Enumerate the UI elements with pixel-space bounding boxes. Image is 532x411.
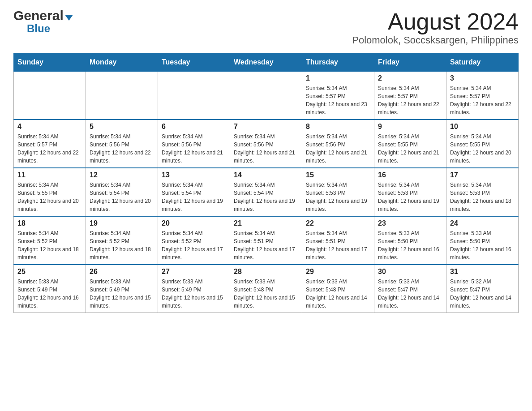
calendar-cell: 9Sunrise: 5:34 AMSunset: 5:55 PMDaylight… bbox=[374, 120, 446, 168]
calendar-cell: 12Sunrise: 5:34 AMSunset: 5:54 PMDayligh… bbox=[86, 168, 158, 216]
column-header-tuesday: Tuesday bbox=[158, 54, 230, 72]
day-number: 18 bbox=[17, 219, 82, 227]
column-header-thursday: Thursday bbox=[302, 54, 374, 72]
calendar-week-row: 25Sunrise: 5:33 AMSunset: 5:49 PMDayligh… bbox=[14, 265, 519, 313]
day-info: Sunrise: 5:34 AMSunset: 5:51 PMDaylight:… bbox=[306, 229, 370, 261]
calendar-cell: 16Sunrise: 5:34 AMSunset: 5:53 PMDayligh… bbox=[374, 168, 446, 216]
logo-general-text: General bbox=[13, 9, 64, 22]
calendar-week-row: 11Sunrise: 5:34 AMSunset: 5:55 PMDayligh… bbox=[14, 168, 519, 216]
column-header-saturday: Saturday bbox=[446, 54, 519, 72]
day-info: Sunrise: 5:33 AMSunset: 5:49 PMDaylight:… bbox=[162, 278, 226, 310]
day-info: Sunrise: 5:34 AMSunset: 5:55 PMDaylight:… bbox=[450, 133, 515, 165]
calendar-cell: 26Sunrise: 5:33 AMSunset: 5:49 PMDayligh… bbox=[86, 265, 158, 313]
calendar-cell: 13Sunrise: 5:34 AMSunset: 5:54 PMDayligh… bbox=[158, 168, 230, 216]
calendar-week-row: 4Sunrise: 5:34 AMSunset: 5:57 PMDaylight… bbox=[14, 120, 519, 168]
day-info: Sunrise: 5:34 AMSunset: 5:53 PMDaylight:… bbox=[378, 181, 442, 213]
calendar-cell: 3Sunrise: 5:34 AMSunset: 5:57 PMDaylight… bbox=[446, 71, 519, 120]
day-number: 11 bbox=[17, 171, 82, 179]
calendar-cell: 21Sunrise: 5:34 AMSunset: 5:51 PMDayligh… bbox=[230, 216, 302, 265]
day-number: 19 bbox=[90, 219, 154, 227]
calendar-cell: 10Sunrise: 5:34 AMSunset: 5:55 PMDayligh… bbox=[446, 120, 519, 168]
calendar-cell: 15Sunrise: 5:34 AMSunset: 5:53 PMDayligh… bbox=[302, 168, 374, 216]
calendar-cell: 30Sunrise: 5:33 AMSunset: 5:47 PMDayligh… bbox=[374, 265, 446, 313]
column-header-friday: Friday bbox=[374, 54, 446, 72]
calendar-cell: 28Sunrise: 5:33 AMSunset: 5:48 PMDayligh… bbox=[230, 265, 302, 313]
calendar-week-row: 18Sunrise: 5:34 AMSunset: 5:52 PMDayligh… bbox=[14, 216, 519, 265]
day-info: Sunrise: 5:34 AMSunset: 5:56 PMDaylight:… bbox=[90, 133, 154, 165]
calendar-week-row: 1Sunrise: 5:34 AMSunset: 5:57 PMDaylight… bbox=[14, 71, 519, 120]
calendar-cell: 18Sunrise: 5:34 AMSunset: 5:52 PMDayligh… bbox=[14, 216, 86, 265]
calendar-cell: 5Sunrise: 5:34 AMSunset: 5:56 PMDaylight… bbox=[86, 120, 158, 168]
day-info: Sunrise: 5:33 AMSunset: 5:48 PMDaylight:… bbox=[234, 278, 298, 310]
day-info: Sunrise: 5:34 AMSunset: 5:55 PMDaylight:… bbox=[17, 181, 82, 213]
day-info: Sunrise: 5:34 AMSunset: 5:56 PMDaylight:… bbox=[306, 133, 370, 165]
calendar-cell: 1Sunrise: 5:34 AMSunset: 5:57 PMDaylight… bbox=[302, 71, 374, 120]
day-info: Sunrise: 5:34 AMSunset: 5:51 PMDaylight:… bbox=[234, 229, 298, 261]
day-info: Sunrise: 5:34 AMSunset: 5:57 PMDaylight:… bbox=[378, 84, 442, 116]
day-info: Sunrise: 5:34 AMSunset: 5:54 PMDaylight:… bbox=[90, 181, 154, 213]
day-number: 17 bbox=[450, 171, 515, 179]
day-info: Sunrise: 5:34 AMSunset: 5:57 PMDaylight:… bbox=[17, 133, 82, 165]
calendar-cell: 2Sunrise: 5:34 AMSunset: 5:57 PMDaylight… bbox=[374, 71, 446, 120]
day-info: Sunrise: 5:34 AMSunset: 5:57 PMDaylight:… bbox=[306, 84, 370, 116]
day-info: Sunrise: 5:32 AMSunset: 5:47 PMDaylight:… bbox=[450, 278, 515, 310]
day-info: Sunrise: 5:33 AMSunset: 5:50 PMDaylight:… bbox=[450, 229, 515, 261]
day-number: 2 bbox=[378, 74, 442, 82]
day-info: Sunrise: 5:34 AMSunset: 5:52 PMDaylight:… bbox=[90, 229, 154, 261]
day-number: 27 bbox=[162, 268, 226, 276]
day-number: 28 bbox=[234, 268, 298, 276]
day-number: 21 bbox=[234, 219, 298, 227]
day-info: Sunrise: 5:34 AMSunset: 5:56 PMDaylight:… bbox=[162, 133, 226, 165]
calendar-cell: 31Sunrise: 5:32 AMSunset: 5:47 PMDayligh… bbox=[446, 265, 519, 313]
calendar-cell: 6Sunrise: 5:34 AMSunset: 5:56 PMDaylight… bbox=[158, 120, 230, 168]
page-subtitle: Polomolok, Soccsksargen, Philippines bbox=[352, 34, 519, 46]
calendar-cell: 22Sunrise: 5:34 AMSunset: 5:51 PMDayligh… bbox=[302, 216, 374, 265]
column-header-monday: Monday bbox=[86, 54, 158, 72]
calendar-cell: 29Sunrise: 5:33 AMSunset: 5:48 PMDayligh… bbox=[302, 265, 374, 313]
column-header-wednesday: Wednesday bbox=[230, 54, 302, 72]
day-number: 26 bbox=[90, 268, 154, 276]
day-number: 22 bbox=[306, 219, 370, 227]
day-number: 8 bbox=[306, 123, 370, 131]
day-number: 25 bbox=[17, 268, 82, 276]
day-number: 12 bbox=[90, 171, 154, 179]
day-info: Sunrise: 5:33 AMSunset: 5:50 PMDaylight:… bbox=[378, 229, 442, 261]
day-number: 7 bbox=[234, 123, 298, 131]
day-info: Sunrise: 5:33 AMSunset: 5:47 PMDaylight:… bbox=[378, 278, 442, 310]
calendar-cell: 23Sunrise: 5:33 AMSunset: 5:50 PMDayligh… bbox=[374, 216, 446, 265]
day-info: Sunrise: 5:34 AMSunset: 5:52 PMDaylight:… bbox=[17, 229, 82, 261]
day-number: 23 bbox=[378, 219, 442, 227]
calendar-cell: 17Sunrise: 5:34 AMSunset: 5:53 PMDayligh… bbox=[446, 168, 519, 216]
day-info: Sunrise: 5:34 AMSunset: 5:54 PMDaylight:… bbox=[162, 181, 226, 213]
day-number: 6 bbox=[162, 123, 226, 131]
day-number: 1 bbox=[306, 74, 370, 82]
calendar-cell: 11Sunrise: 5:34 AMSunset: 5:55 PMDayligh… bbox=[14, 168, 86, 216]
calendar-cell bbox=[86, 71, 158, 120]
logo: General Blue bbox=[13, 9, 73, 35]
calendar-cell: 4Sunrise: 5:34 AMSunset: 5:57 PMDaylight… bbox=[14, 120, 86, 168]
day-number: 13 bbox=[162, 171, 226, 179]
calendar-cell: 24Sunrise: 5:33 AMSunset: 5:50 PMDayligh… bbox=[446, 216, 519, 265]
day-number: 20 bbox=[162, 219, 226, 227]
calendar-cell: 25Sunrise: 5:33 AMSunset: 5:49 PMDayligh… bbox=[14, 265, 86, 313]
calendar-cell bbox=[14, 71, 86, 120]
day-info: Sunrise: 5:33 AMSunset: 5:49 PMDaylight:… bbox=[17, 278, 82, 310]
calendar-header-row: SundayMondayTuesdayWednesdayThursdayFrid… bbox=[14, 54, 519, 72]
page-header: General Blue August 2024 Polomolok, Socc… bbox=[13, 9, 519, 46]
day-info: Sunrise: 5:34 AMSunset: 5:55 PMDaylight:… bbox=[378, 133, 442, 165]
day-number: 29 bbox=[306, 268, 370, 276]
calendar-cell bbox=[230, 71, 302, 120]
day-number: 5 bbox=[90, 123, 154, 131]
day-number: 9 bbox=[378, 123, 442, 131]
calendar-cell: 8Sunrise: 5:34 AMSunset: 5:56 PMDaylight… bbox=[302, 120, 374, 168]
day-number: 15 bbox=[306, 171, 370, 179]
day-number: 16 bbox=[378, 171, 442, 179]
day-number: 14 bbox=[234, 171, 298, 179]
logo-blue-text: Blue bbox=[27, 22, 50, 34]
calendar-table: SundayMondayTuesdayWednesdayThursdayFrid… bbox=[13, 53, 519, 313]
day-number: 24 bbox=[450, 219, 515, 227]
day-info: Sunrise: 5:34 AMSunset: 5:53 PMDaylight:… bbox=[306, 181, 370, 213]
day-info: Sunrise: 5:34 AMSunset: 5:53 PMDaylight:… bbox=[450, 181, 515, 213]
calendar-cell: 19Sunrise: 5:34 AMSunset: 5:52 PMDayligh… bbox=[86, 216, 158, 265]
page-title: August 2024 bbox=[352, 9, 519, 34]
